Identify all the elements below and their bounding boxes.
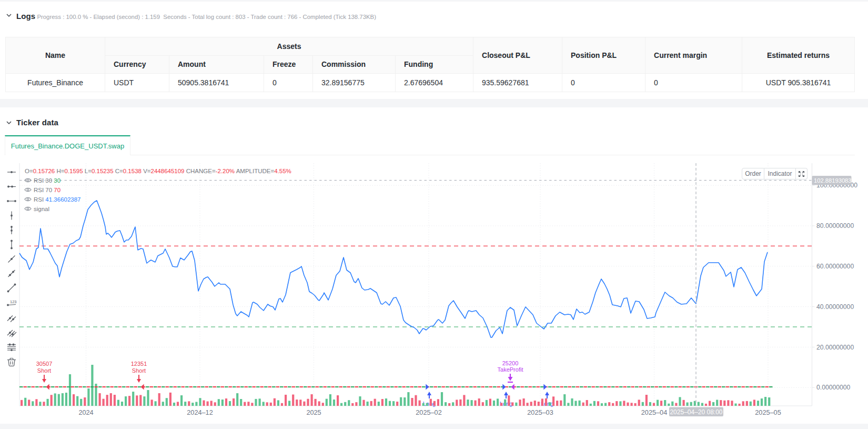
svg-text:102.88193083: 102.88193083 [814,177,852,184]
svg-text:Short: Short [37,367,51,374]
svg-text:2025–04: 2025–04 [641,409,667,416]
svg-text:25200: 25200 [502,360,519,366]
svg-text:60.00000000: 60.00000000 [816,263,854,270]
svg-text:0.00000000: 0.00000000 [816,384,851,391]
svg-text:signal: signal [34,206,49,212]
svg-text:TakeProfit: TakeProfit [498,366,523,373]
svg-text:2025–03: 2025–03 [527,409,553,416]
svg-text:O=0.15726 H=0.1595 L=0.15235 C: O=0.15726 H=0.1595 L=0.15235 C=0.1538 V=… [25,168,291,174]
svg-text:2025: 2025 [306,409,321,416]
svg-text:123: 123 [10,300,17,304]
svg-text:2024–12: 2024–12 [187,409,213,416]
svg-text:2024: 2024 [78,409,93,416]
svg-text:30507: 30507 [36,361,53,367]
svg-text:12351: 12351 [131,361,147,367]
svg-text:RSI 70 70: RSI 70 70 [34,187,60,193]
svg-text:40.00000000: 40.00000000 [816,303,854,311]
svg-text:80.00000000: 80.00000000 [816,222,854,230]
svg-text:2025–02: 2025–02 [416,409,441,416]
svg-text:20.00000000: 20.00000000 [816,344,854,351]
svg-text:Short: Short [132,367,146,374]
svg-text:RSI 30 30: RSI 30 30 [34,177,60,184]
svg-text:RSI 41.36602387: RSI 41.36602387 [34,196,81,203]
svg-text:2025–04–20 08:00: 2025–04–20 08:00 [670,408,722,416]
svg-text:2025–05: 2025–05 [755,409,781,416]
